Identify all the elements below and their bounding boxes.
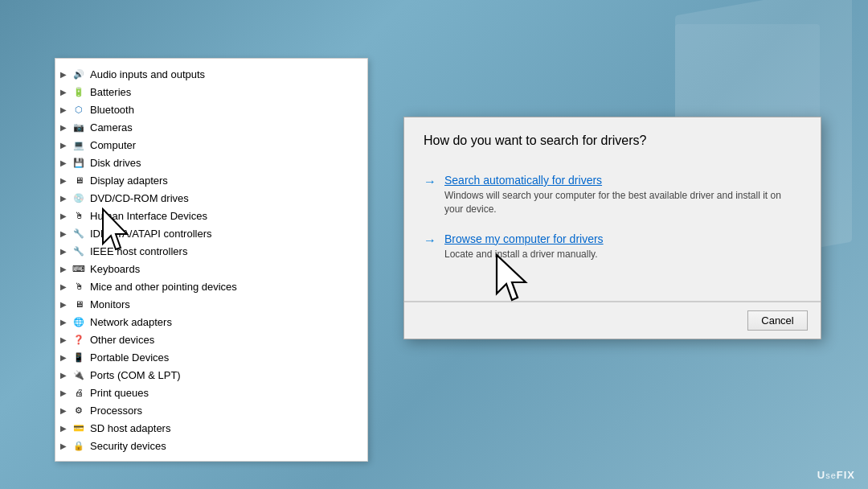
expand-arrow-mice[interactable]: ▶ [55,282,72,291]
portable-label: Portable Devices [90,351,169,364]
browse-option[interactable]: → Browse my computer for drivers Locate … [424,232,801,261]
sd-label: SD host adapters [90,422,170,434]
expand-arrow-ports[interactable]: ▶ [55,371,72,380]
driver-search-dialog: How do you want to search for drivers? →… [403,117,821,339]
expand-arrow-audio[interactable]: ▶ [55,70,72,79]
expand-arrow-disk[interactable]: ▶ [55,158,72,167]
cameras-icon: 📷 [72,121,86,133]
cancel-button[interactable]: Cancel [747,310,808,331]
expand-arrow-keyboard[interactable]: ▶ [55,265,72,273]
network-icon: 🌐 [72,316,86,327]
expand-arrow-batteries[interactable]: ▶ [55,88,72,97]
device-item-batteries[interactable]: ▶ 🔋 Batteries [55,83,367,101]
watermark-fix: FIX [837,469,855,481]
disk-icon: 💾 [72,157,86,168]
expand-arrow-display[interactable]: ▶ [55,176,72,185]
expand-arrow-portable[interactable]: ▶ [55,353,72,362]
device-item-ports[interactable]: ▶ 🔌 Ports (COM & LPT) [55,366,367,384]
computer-icon: 💻 [72,139,86,150]
auto-search-option[interactable]: → Search automatically for drivers Windo… [424,174,801,216]
expand-arrow-sd[interactable]: ▶ [55,424,72,433]
print-label: Print queues [90,387,149,399]
expand-arrow-ieee[interactable]: ▶ [55,247,72,256]
device-item-hid[interactable]: ▶ 🖱 Human Interface Devices [55,207,367,224]
ide-icon: 🔧 [72,228,86,239]
keyboard-label: Keyboards [90,263,140,275]
other-icon: ❓ [72,334,86,345]
device-item-audio[interactable]: ▶ 🔊 Audio inputs and outputs [55,65,367,83]
device-item-keyboard[interactable]: ▶ ⌨ Keyboards [55,260,367,277]
expand-arrow-cameras[interactable]: ▶ [55,123,72,132]
expand-arrow-security[interactable]: ▶ [55,442,72,450]
device-item-monitors[interactable]: ▶ 🖥 Monitors [55,295,367,313]
security-icon: 🔒 [72,440,86,451]
ports-icon: 🔌 [72,369,86,380]
device-item-bluetooth[interactable]: ▶ ⬡ Bluetooth [55,101,367,118]
device-item-processors[interactable]: ▶ ⚙ Processors [55,401,367,419]
auto-search-desc: Windows will search your computer for th… [444,189,801,216]
expand-arrow-processors[interactable]: ▶ [55,406,72,415]
dvd-label: DVD/CD-ROM drives [90,192,189,204]
device-item-dvd[interactable]: ▶ 💿 DVD/CD-ROM drives [55,189,367,207]
watermark: UseFIX [817,469,855,481]
ieee-icon: 🔧 [72,245,86,257]
dialog-title: How do you want to search for drivers? [424,134,801,148]
device-item-print[interactable]: ▶ 🖨 Print queues [55,384,367,401]
expand-arrow-other[interactable]: ▶ [55,335,72,344]
dvd-icon: 💿 [72,192,86,203]
print-icon: 🖨 [72,387,86,398]
device-item-sd[interactable]: ▶ 💳 SD host adapters [55,419,367,437]
expand-arrow-monitors[interactable]: ▶ [55,300,72,309]
browse-text: Browse my computer for drivers Locate an… [444,232,801,261]
device-item-security[interactable]: ▶ 🔒 Security devices [55,437,367,454]
network-label: Network adapters [90,316,172,328]
device-item-computer[interactable]: ▶ 💻 Computer [55,136,367,154]
expand-arrow-network[interactable]: ▶ [55,318,72,327]
sd-icon: 💳 [72,422,86,434]
expand-arrow-ide[interactable]: ▶ [55,229,72,238]
other-label: Other devices [90,334,154,346]
audio-label: Audio inputs and outputs [90,68,205,80]
monitors-label: Monitors [90,298,130,310]
cameras-label: Cameras [90,121,133,134]
security-label: Security devices [90,440,166,452]
device-item-ieee[interactable]: ▶ 🔧 IEEE host controllers [55,242,367,260]
portable-icon: 📱 [72,351,86,363]
browse-arrow-icon: → [424,233,436,248]
display-icon: 🖥 [72,175,86,186]
watermark-se: se [825,471,837,480]
browse-title[interactable]: Browse my computer for drivers [444,232,801,245]
expand-arrow-print[interactable]: ▶ [55,388,72,397]
browse-desc: Locate and install a driver manually. [444,248,801,261]
computer-label: Computer [90,139,136,151]
expand-arrow-computer[interactable]: ▶ [55,141,72,150]
bluetooth-icon: ⬡ [72,104,86,115]
monitors-icon: 🖥 [72,298,86,310]
bluetooth-label: Bluetooth [90,104,134,116]
device-item-portable[interactable]: ▶ 📱 Portable Devices [55,348,367,366]
ide-label: IDE/ATA/ATAPI controllers [90,228,211,240]
display-label: Display adapters [90,175,168,187]
device-item-cameras[interactable]: ▶ 📷 Cameras [55,118,367,136]
expand-arrow-dvd[interactable]: ▶ [55,194,72,203]
device-item-display[interactable]: ▶ 🖥 Display adapters [55,171,367,189]
mice-icon: 🖱 [72,281,86,292]
hid-label: Human Interface Devices [90,210,207,222]
auto-search-text: Search automatically for drivers Windows… [444,174,801,216]
device-item-disk[interactable]: ▶ 💾 Disk drives [55,154,367,171]
disk-label: Disk drives [90,157,141,169]
batteries-icon: 🔋 [72,86,86,97]
dialog-content: → Search automatically for drivers Windo… [404,174,821,293]
expand-arrow-hid[interactable]: ▶ [55,212,72,220]
device-item-other[interactable]: ▶ ❓ Other devices [55,331,367,348]
device-item-network[interactable]: ▶ 🌐 Network adapters [55,313,367,331]
auto-search-arrow-icon: → [424,175,436,189]
device-item-ide[interactable]: ▶ 🔧 IDE/ATA/ATAPI controllers [55,224,367,242]
auto-search-title[interactable]: Search automatically for drivers [444,174,801,187]
mice-label: Mice and other pointing devices [90,281,237,293]
processors-label: Processors [90,405,142,417]
watermark-u: U [817,469,825,481]
device-item-mice[interactable]: ▶ 🖱 Mice and other pointing devices [55,277,367,295]
expand-arrow-bluetooth[interactable]: ▶ [55,105,72,114]
dialog-header: How do you want to search for drivers? [404,117,821,174]
